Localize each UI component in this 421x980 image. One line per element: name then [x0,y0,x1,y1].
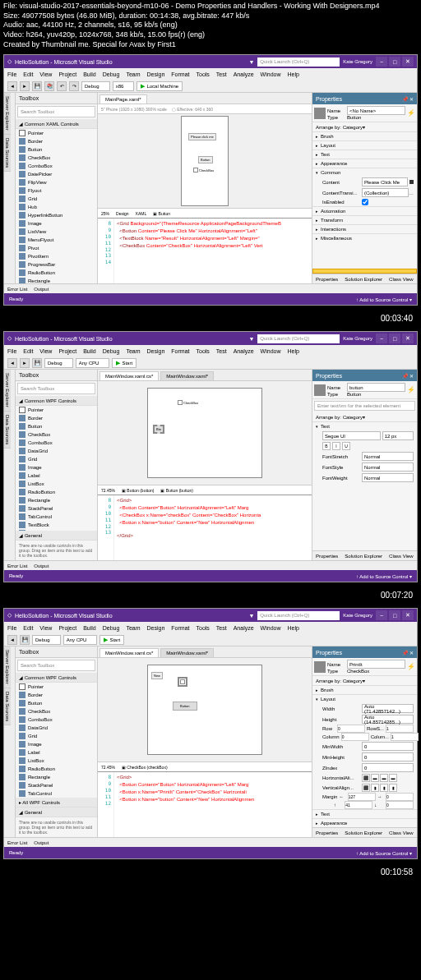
events-icon[interactable]: ⚡ [407,109,415,117]
ellipsis-button[interactable]: … [409,191,414,196]
menu-debug[interactable]: Debug [103,625,120,631]
doc-tab-cs[interactable]: MainWindow.xaml.cs* [99,371,159,380]
tab-error-list[interactable]: Error List [7,564,27,568]
maximize-button[interactable]: □ [389,57,400,67]
pin-icon[interactable]: 📌 [402,650,408,656]
toolbox-item-checkbox[interactable]: CheckBox [16,154,97,162]
save-all-button[interactable]: 📚 [44,81,54,91]
valign-bottom[interactable]: ▮ [380,784,388,792]
toolbox-search[interactable]: Search Toolbox [17,660,95,671]
toolbox-item-progressbar[interactable]: ProgressBar [16,260,97,269]
toolbox-item-hyperlinkbutton[interactable]: HyperlinkButton [16,211,97,219]
toolbox-item-pivot[interactable]: Pivot [16,244,97,252]
cat-appearance[interactable]: Appearance [312,818,417,827]
fontstretch-input[interactable]: Normal [362,452,414,461]
notification-icon[interactable]: ▼ [248,59,254,65]
run-button[interactable]: ▶Start [99,635,124,645]
valign-center[interactable]: ▮ [371,784,379,792]
panel-close-icon[interactable]: ✕ [409,650,414,656]
height-input[interactable]: Auto (14.85714285...) [362,715,414,724]
notification-icon[interactable]: ▼ [248,336,254,342]
bold-button[interactable]: B [322,442,331,450]
toolbox-item-checkbox[interactable]: CheckBox [16,707,97,715]
panel-close-icon[interactable]: ✕ [409,373,414,379]
valign-top[interactable]: ⬛ [362,784,370,792]
toolbox-item-hub[interactable]: Hub [16,203,97,211]
breadcrumb[interactable]: ▣ CheckBox (checkBox) [122,765,168,770]
name-input[interactable]: PrintIt [347,660,405,669]
breadcrumb-button[interactable]: ▣ Button [153,211,170,216]
quick-launch-input[interactable]: Quick Launch (Ctrl+Q) [257,334,340,343]
platform-dropdown[interactable]: Any CPU [63,635,98,645]
toolbox-item-flipview[interactable]: FlipView [16,178,97,186]
toolbox-group-wpf[interactable]: ◢ Common WPF Controls [16,396,97,406]
menu-format[interactable]: Format [171,71,189,77]
minimize-button[interactable]: − [376,57,387,67]
menu-analyze[interactable]: Analyze [234,71,254,77]
menu-file[interactable]: File [7,625,16,631]
data-sources-tab[interactable]: Data Sources [4,688,11,725]
toolbox-item-grid[interactable]: Grid [16,195,97,203]
toolbox-item-radiobutton[interactable]: RadioButton [16,269,97,277]
toolbox-item-rectangle[interactable]: Rectangle [16,277,97,283]
tab-properties[interactable]: Properties [316,277,338,282]
menu-tools[interactable]: Tools [197,71,210,77]
toolbox-item-pointer[interactable]: Pointer [16,129,97,137]
menu-design[interactable]: Design [147,625,165,631]
toolbox-search[interactable]: Search Toolbox [17,106,95,117]
margin-left-input[interactable] [348,793,376,801]
zindex-input[interactable]: 0 [362,763,414,772]
mock-button-2[interactable]: Button [198,156,213,163]
menu-test[interactable]: Test [216,71,227,77]
zoom-level[interactable]: 72.45% [101,765,115,770]
menu-test[interactable]: Test [216,625,227,631]
halign-right[interactable]: ▬ [380,774,388,782]
toolbox-item-pointer[interactable]: Pointer [16,406,97,414]
tab-error-list[interactable]: Error List [7,840,27,845]
quick-launch-input[interactable]: Quick Launch (Ctrl+Q) [257,611,340,620]
menu-help[interactable]: Help [288,71,299,77]
toolbox-item-tabcontrol[interactable]: TabControl [16,513,97,521]
tab-error-list[interactable]: Error List [7,287,27,292]
design-surface[interactable]: www.cg-ku.com CheckBox Btn [98,381,312,485]
toolbox-item-grid[interactable]: Grid [16,732,97,740]
cat-text[interactable]: Text [312,809,417,818]
menu-view[interactable]: View [39,348,52,354]
toolbox-item-label[interactable]: Label [16,472,97,480]
menu-project[interactable]: Project [58,71,76,77]
minwidth-input[interactable]: 0 [362,742,414,751]
toolbox-item-datagrid[interactable]: DataGrid [16,724,97,732]
tab-solution-explorer[interactable]: Solution Explorer [345,554,382,559]
events-icon[interactable]: ⚡ [407,663,415,670]
toolbox-item-combobox[interactable]: ComboBox [16,162,97,170]
toolbox-item-image[interactable]: Image [16,740,97,748]
toolbox-item-listbox[interactable]: ListBox [16,480,97,488]
breadcrumb-2[interactable]: ▣ Button (button) [160,488,192,493]
toolbox-item-listview[interactable]: ListView [16,228,97,236]
server-explorer-tab[interactable]: Server Explorer [4,93,11,135]
config-dropdown[interactable]: Debug [44,358,73,368]
notification-icon[interactable]: ▼ [248,613,254,619]
toolbox-item-radiobutton[interactable]: RadioButton [16,765,97,773]
enabled-checkbox[interactable] [362,199,368,205]
toolbox-item-button[interactable]: Button [16,145,97,154]
toolbox-item-grid[interactable]: Grid [16,455,97,463]
close-button[interactable]: ✕ [402,57,414,67]
design-surface[interactable]: Please click me Button CheckBox [98,114,312,208]
menu-help[interactable]: Help [288,625,299,631]
code-editor[interactable]: 89101112 <Grid> <Button Content="Button"… [98,771,312,837]
tab-output[interactable]: Output [34,287,49,292]
cat-brush[interactable]: Brush [312,685,417,694]
menu-edit[interactable]: Edit [23,71,33,77]
toolbox-item-radiobutton[interactable]: RadioButton [16,488,97,496]
menu-window[interactable]: Window [261,71,281,77]
cat-brush[interactable]: Brush [312,131,417,140]
toolbox-item-flyout[interactable]: Flyout [16,186,97,195]
menu-analyze[interactable]: Analyze [234,348,254,354]
cat-appearance[interactable]: Appearance [312,159,417,168]
user-badge[interactable]: Kate Gregory [343,59,372,64]
pin-icon[interactable]: 📌 [402,373,408,379]
zoom-level[interactable]: 72.45% [101,488,115,493]
toolbox-group-wpf[interactable]: ◢ Common WPF Controls [16,673,97,683]
maximize-button[interactable]: □ [389,610,400,620]
